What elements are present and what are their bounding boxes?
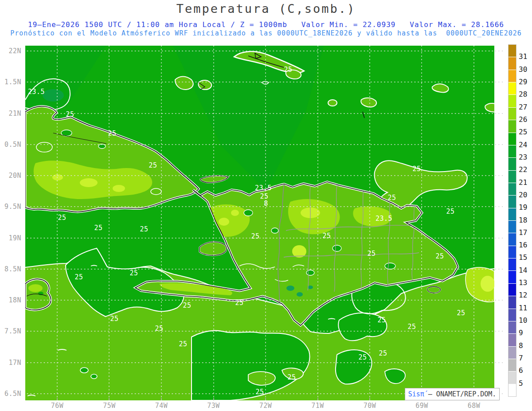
jamaica: [25, 279, 51, 310]
contour-label: 25: [446, 207, 454, 215]
y-tick-label: 17N: [0, 359, 21, 367]
contour-label: 25: [140, 225, 148, 233]
colorbar-tick-label: 14: [519, 266, 527, 274]
contour-label: 25: [183, 301, 191, 309]
colorbar-tick-label: 16: [519, 241, 527, 249]
contour-label: 25: [287, 373, 296, 381]
contour-label: 25: [179, 340, 187, 348]
wrf-temperature-forecast-page: Temperatura (C,somb.) 19–Ene–2026 1500 U…: [0, 0, 532, 411]
colorbar-segment: [509, 346, 516, 359]
y-tick-label: 8.5N: [0, 265, 21, 273]
contour-label: 25: [255, 388, 264, 396]
colorbar-tick-label: 10: [519, 316, 527, 325]
contour-label: 25: [377, 316, 386, 324]
contour-label: 25: [108, 129, 116, 137]
colorbar-segment: [509, 145, 516, 157]
colorbar-tick-label: 19: [519, 203, 527, 211]
attribution-box: Sisπ́ – ONAMET/REP.DOM.: [405, 388, 500, 400]
hot-core-east: [481, 276, 495, 292]
contour-label: 23.5: [28, 88, 45, 96]
colorbar-segment: [509, 309, 516, 321]
x-tick-label: 75W: [103, 402, 116, 410]
colorbar-segment: [509, 283, 516, 296]
colorbar-segment: [509, 70, 516, 82]
colorbar-segment: [509, 371, 516, 384]
attribution-brand: Sisπ́: [408, 390, 424, 398]
colorbar-tick-label: 9: [519, 329, 523, 337]
x-tick-label: 70W: [364, 402, 376, 410]
colorbar-segment: [509, 208, 516, 220]
y-tick-label: 18N: [0, 296, 21, 304]
y-tick-label: 9.5N: [0, 203, 21, 211]
colorbar-tick-label: 13: [519, 278, 527, 287]
colorbar-segment: [509, 120, 516, 132]
contour-label: 25: [407, 323, 416, 331]
contour-label: 25: [358, 353, 367, 361]
temperature-colorbar: [508, 44, 516, 397]
contour-label: 25: [74, 273, 83, 281]
colorbar-segment: [509, 133, 516, 145]
colorbar-tick-label: 30: [519, 65, 527, 74]
colorbar-tick-label: 24: [519, 141, 527, 149]
colorbar-segment: [509, 94, 516, 107]
colorbar-tick-label: 29: [519, 78, 527, 86]
contour-label: 25: [155, 325, 163, 333]
x-tick-label: 72W: [259, 402, 272, 410]
contour-label: 25: [94, 224, 102, 232]
colorbar-segment: [509, 107, 516, 120]
map-art: [20, 46, 500, 400]
contour-label: 25: [58, 214, 66, 222]
contour-label: 25: [387, 194, 396, 202]
contour-label: 8: [264, 200, 268, 207]
colorbar-segment: [509, 359, 516, 371]
y-tick-label: 20N: [0, 172, 21, 180]
colorbar-tick-label: 26: [519, 115, 527, 124]
colorbar-tick-label: 15: [519, 253, 527, 262]
colorbar-tick-label: 5: [519, 379, 523, 388]
contour-label: 25: [457, 309, 465, 317]
x-tick-label: 68W: [468, 402, 481, 410]
colorbar-segment: [509, 220, 516, 233]
colorbar-tick-label: 20: [519, 191, 527, 199]
colorbar-tick-label: 17: [519, 228, 527, 237]
attribution-text: – ONAMET/REP.DOM.: [424, 390, 497, 398]
colorbar-tick-label: 31: [519, 52, 527, 61]
colorbar-tick-label: 27: [519, 103, 527, 111]
contour-label: 25: [235, 299, 243, 307]
colorbar-segment: [509, 333, 516, 346]
colorbar-tick-label: 7: [519, 354, 523, 362]
contour-label: 23.5: [255, 184, 272, 192]
colorbar-tick-label: 12: [519, 291, 527, 299]
x-tick-label: 74W: [155, 402, 168, 410]
colorbar-segment: [509, 183, 516, 195]
y-tick-label: 19N: [0, 234, 21, 242]
colorbar-segment: [509, 233, 516, 245]
contour-label: 25: [110, 315, 118, 323]
contour-label: 25: [412, 165, 421, 173]
colorbar-tick-label: 8: [519, 341, 523, 350]
y-tick-label: 6.5N: [0, 390, 21, 398]
contour-label: 25: [66, 110, 74, 118]
x-tick-label: 76W: [51, 402, 64, 410]
colorbar-segment: [509, 195, 516, 207]
x-tick-label: 69W: [415, 402, 428, 410]
colorbar-segment: [509, 170, 516, 183]
contour-label: 25: [284, 66, 292, 74]
colorbar-segment: [509, 270, 516, 283]
colorbar-segment: [509, 82, 516, 94]
contour-label: 25: [435, 252, 444, 260]
colorbar-tick-label: 22: [519, 165, 527, 174]
colorbar-tick-label: 23: [519, 153, 527, 161]
cold-patch: [43, 89, 64, 102]
colorbar-segment: [509, 296, 516, 308]
colorbar-segment: [509, 384, 516, 396]
margin-grid-dots: [495, 51, 505, 394]
colorbar-tick-label: 28: [519, 90, 527, 98]
warm-islet: [248, 372, 275, 385]
colorbar-tick-label: 18: [519, 216, 527, 224]
contour-label: 25: [251, 232, 259, 240]
y-tick-label: 1.5N: [0, 78, 21, 86]
colorbar-segment: [509, 246, 516, 258]
colorbar-segment: [509, 57, 516, 69]
x-tick-label: 73W: [207, 402, 220, 410]
